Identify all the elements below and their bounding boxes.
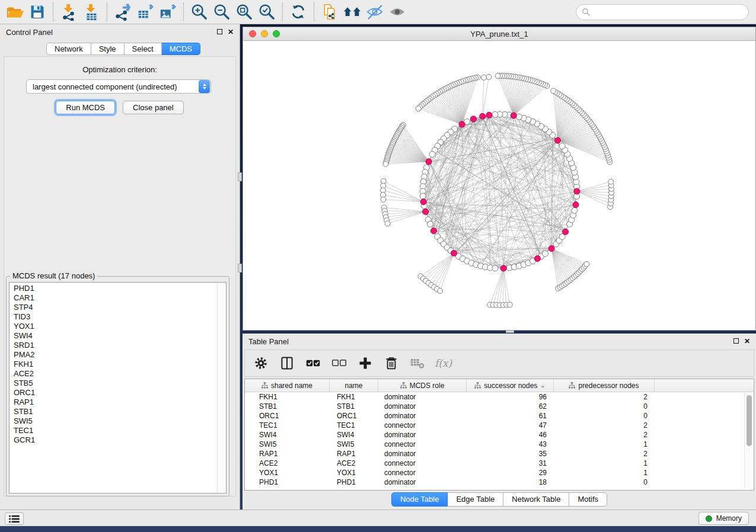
table-cell: 0 <box>554 411 655 421</box>
result-node-item[interactable]: ORC1 <box>9 388 216 398</box>
result-node-item[interactable]: GCR1 <box>9 435 216 445</box>
result-node-item[interactable]: SWI4 <box>9 331 216 341</box>
result-node-item[interactable]: YOX1 <box>9 322 216 331</box>
export-table-icon[interactable] <box>134 2 157 22</box>
table-cell: dominator <box>378 402 467 411</box>
zoom-fit-icon[interactable] <box>233 2 256 22</box>
table-cell: YOX1 <box>245 468 330 477</box>
delete-column-icon[interactable] <box>382 354 400 372</box>
result-node-item[interactable]: PMA2 <box>9 350 216 360</box>
zoom-out-icon[interactable] <box>210 2 233 22</box>
tab-edge-table[interactable]: Edge Table <box>448 492 503 507</box>
select-all-icon[interactable] <box>304 354 322 372</box>
optimization-criterion-select[interactable]: largest connected component (undirected) <box>26 79 211 94</box>
column-header-predecessor-nodes[interactable]: predecessor nodes <box>554 379 655 392</box>
column-type-icon <box>400 382 407 389</box>
split-columns-icon[interactable] <box>278 354 296 372</box>
table-cell: 2 <box>554 430 655 440</box>
table-row[interactable]: TEC1TEC1connector472 <box>245 421 754 430</box>
table-row[interactable]: PHD1PHD1dominator180 <box>245 477 754 487</box>
tab-style[interactable]: Style <box>91 43 125 55</box>
save-icon[interactable] <box>26 2 49 22</box>
deselect-all-icon[interactable] <box>330 354 348 372</box>
close-panel-icon[interactable]: ✕ <box>228 28 234 36</box>
table-cell: SWI5 <box>245 440 330 449</box>
table-scrollbar-thumb[interactable] <box>747 395 752 446</box>
tab-motifs[interactable]: Motifs <box>569 492 607 507</box>
sort-arrow-icon[interactable]: ⌄ <box>540 382 545 389</box>
first-neighbors-icon[interactable] <box>341 2 363 22</box>
tab-select[interactable]: Select <box>125 43 162 55</box>
result-node-item[interactable]: RAP1 <box>9 398 216 407</box>
tab-network[interactable]: Network <box>46 43 91 55</box>
settings-gear-icon[interactable] <box>252 354 270 372</box>
table-panel-titlebar: Table Panel ✕ <box>243 334 756 349</box>
table-cell: 61 <box>467 411 554 421</box>
table-cell: 2 <box>554 392 655 402</box>
network-titlebar[interactable]: YPA_prune.txt_1 <box>243 27 755 41</box>
result-node-item[interactable]: STP4 <box>9 303 216 312</box>
network-graph[interactable] <box>243 41 755 330</box>
hide-selected-icon[interactable] <box>363 2 386 22</box>
vertical-splitter-handle[interactable] <box>238 264 242 273</box>
table-row[interactable]: STB1STB1dominator620 <box>245 402 754 411</box>
zoom-selected-icon[interactable] <box>256 2 278 22</box>
table-row[interactable]: ACE2ACE2connector311 <box>245 459 754 468</box>
table-row[interactable]: RAP1RAP1dominator352 <box>245 449 754 459</box>
column-header-name[interactable]: name <box>330 379 378 392</box>
result-node-item[interactable]: PHD1 <box>9 284 216 293</box>
table-scrollbar[interactable] <box>744 393 753 489</box>
export-image-icon[interactable] <box>157 2 179 22</box>
delete-table-icon[interactable] <box>409 354 426 372</box>
table-row[interactable]: YOX1YOX1connector291 <box>245 468 754 477</box>
column-label: shared name <box>271 382 312 390</box>
search-field[interactable] <box>576 4 749 20</box>
refresh-icon[interactable] <box>287 2 310 22</box>
search-input[interactable] <box>594 8 748 17</box>
network-canvas[interactable] <box>243 41 755 330</box>
close-panel-icon[interactable]: ✕ <box>744 338 750 345</box>
result-node-item[interactable]: TID3 <box>9 312 216 322</box>
clone-network-icon[interactable] <box>318 2 341 22</box>
table-cell: PHD1 <box>330 477 378 487</box>
result-node-item[interactable]: STB1 <box>9 407 216 416</box>
zoom-in-icon[interactable] <box>188 2 210 22</box>
result-node-item[interactable]: STB5 <box>9 379 216 388</box>
result-node-item[interactable]: SWI5 <box>9 416 216 426</box>
result-node-item[interactable]: SRD1 <box>9 341 216 350</box>
table-row[interactable]: SWI5SWI5connector431 <box>245 440 754 449</box>
column-header-MCDS-role[interactable]: MCDS role <box>378 379 467 392</box>
control-panel-tabs: NetworkStyleSelectMCDS <box>46 43 200 55</box>
float-panel-icon[interactable] <box>217 28 222 36</box>
table-row[interactable]: ORC1ORC1dominator610 <box>245 411 754 421</box>
result-node-item[interactable]: TEC1 <box>9 426 216 435</box>
result-node-item[interactable]: CAR1 <box>9 293 216 303</box>
column-header-shared-name[interactable]: shared name <box>245 379 330 392</box>
table-cell: SWI4 <box>245 430 330 440</box>
import-network-icon[interactable] <box>58 2 80 22</box>
table-row[interactable]: FKH1FKH1dominator962 <box>245 392 754 402</box>
result-list-scrollbar[interactable] <box>217 283 225 492</box>
memory-button[interactable]: Memory <box>698 512 749 525</box>
table-cell: STB1 <box>245 402 330 411</box>
open-folder-icon[interactable] <box>4 2 26 22</box>
float-panel-icon[interactable] <box>733 338 739 345</box>
close-panel-button[interactable]: Close panel <box>123 101 184 114</box>
result-node-item[interactable]: ACE2 <box>9 369 216 379</box>
result-node-item[interactable]: FKH1 <box>9 360 216 369</box>
column-header-successor-nodes[interactable]: successor nodes⌄ <box>467 379 554 392</box>
show-all-icon[interactable] <box>386 2 409 22</box>
tab-node-table[interactable]: Node Table <box>391 492 448 507</box>
task-history-button[interactable] <box>5 512 24 525</box>
table-cell: SWI5 <box>330 440 378 449</box>
mcds-result-list[interactable]: PHD1CAR1STP4TID3YOX1SWI4SRD1PMA2FKH1ACE2… <box>9 282 227 493</box>
function-builder-icon[interactable]: f(x) <box>435 357 452 369</box>
run-mcds-button[interactable]: Run MCDS <box>56 101 115 114</box>
import-table-icon[interactable] <box>80 2 103 22</box>
add-column-icon[interactable] <box>356 354 374 372</box>
export-network-icon[interactable] <box>111 2 134 22</box>
tab-mcds[interactable]: MCDS <box>162 43 200 55</box>
table-row[interactable]: SWI4SWI4dominator462 <box>245 430 754 440</box>
vertical-splitter-handle[interactable] <box>238 172 242 181</box>
tab-network-table[interactable]: Network Table <box>503 492 569 507</box>
